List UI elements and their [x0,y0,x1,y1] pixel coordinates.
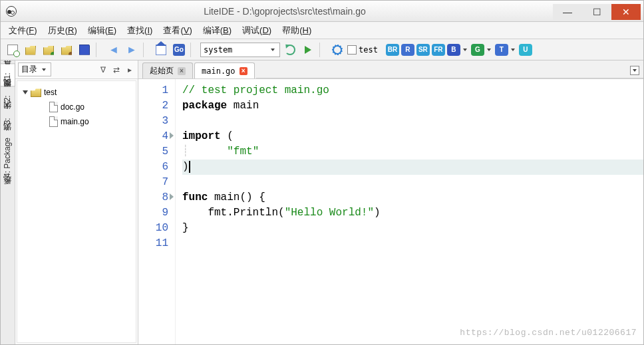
file-label: main.go [61,117,89,126]
window-title: LiteIDE - D:\goprojects\src\test\main.go [17,6,553,17]
chevron-down-icon [487,49,491,51]
build-t-button[interactable]: T [495,44,517,56]
fold-marker-line: 4 [138,129,168,144]
fold-marker-line: 8 [138,190,168,205]
folder-green-icon [43,45,54,55]
sync-icon[interactable]: ⇄ [111,64,122,75]
separator [319,43,326,57]
reload-icon [285,45,295,55]
add-folder-button[interactable] [59,42,75,58]
tree-folder-root[interactable]: test [20,85,133,100]
file-label: doc.go [61,102,84,112]
app-icon [6,6,17,17]
tree-file-item[interactable]: doc.go [20,100,133,114]
build-g-button[interactable]: G [471,44,493,56]
maximize-button[interactable]: ☐ [582,4,611,20]
save-icon [79,45,90,55]
expand-icon [23,90,28,94]
gear-icon [333,45,342,55]
file-icon [49,116,58,127]
left-tab-classview[interactable]: 2: 类视图 [1,86,15,108]
watermark: https://blog.csdn.net/u012206617 [460,325,637,340]
text-cursor [189,161,190,173]
reload-env-button[interactable] [282,42,298,58]
menu-help[interactable]: 帮助(H) [278,23,315,38]
test-checkbox[interactable]: test [347,45,378,55]
left-tab-system[interactable]: 系统 [1,184,15,197]
fold-icon[interactable] [170,132,174,139]
arrow-right-icon: ► [126,44,137,56]
chevron-down-icon [633,69,637,72]
play-icon [305,46,311,54]
menu-history[interactable]: 历史(R) [44,23,81,38]
save-button[interactable] [77,42,92,58]
chevron-down-icon [42,68,46,71]
sidebar-header: 目录 ∇ ⇄ ▸ [15,60,138,79]
build-b-button[interactable]: B [447,44,469,56]
build-r-button[interactable]: R [401,44,414,56]
open-file-button[interactable] [23,42,39,58]
left-tab-directory[interactable]: 1: 目录 [1,63,15,86]
code-editor[interactable]: 1 2 3 4 5 6 7 8 9 10 11 // test project … [138,79,643,344]
file-icon [49,102,58,112]
menu-bar: 文件(F) 历史(R) 编辑(E) 查找(I) 查看(V) 编译(B) 调试(D… [1,22,643,39]
nav-fwd-button[interactable]: ► [124,42,140,58]
nav-back-button[interactable]: ◄ [106,42,122,58]
separator [143,43,150,57]
tab-start-page[interactable]: 起始页 × [142,62,193,78]
go-icon: Go [173,44,185,56]
tab-list-button[interactable] [630,66,639,75]
arrow-left-icon: ◄ [108,44,119,56]
filter-icon[interactable]: ∇ [98,64,108,75]
left-tab-outline[interactable]: 3: 大纲 [1,109,15,131]
editor-area: 起始页 × main.go × 1 2 3 4 5 6 7 8 9 [138,60,643,344]
menu-view[interactable]: 查看(V) [159,23,196,38]
fold-icon[interactable] [170,193,174,200]
sidebar: 目录 ∇ ⇄ ▸ test doc.go main.go [15,60,138,344]
close-button[interactable]: ✕ [611,4,641,20]
chevron-down-icon [271,49,275,51]
left-tab-strip: 1: 目录 2: 类视图 3: 大纲 4: Package浏览 系统 [1,60,15,344]
run-button[interactable] [300,42,316,58]
gutter: 1 2 3 4 5 6 7 8 9 10 11 [138,79,176,344]
home-button[interactable] [153,42,169,58]
tab-main-go[interactable]: main.go × [194,62,255,78]
menu-build[interactable]: 编译(B) [199,23,236,38]
build-u-button[interactable]: U [519,44,532,56]
toolbar: ◄ ► Go system test BR R SR FR B G T U [1,39,643,60]
menu-file[interactable]: 文件(F) [5,23,41,38]
editor-tabs: 起始页 × main.go × [138,60,643,79]
build-fr-button[interactable]: FR [432,44,445,56]
chevron-down-icon [511,49,515,51]
tab-close-icon[interactable]: × [178,67,186,75]
folder-icon [31,88,41,97]
menu-debug[interactable]: 调试(D) [238,23,275,38]
title-bar: LiteIDE - D:\goprojects\src\test\main.go… [1,1,643,22]
settings-button[interactable] [329,42,345,58]
menu-find[interactable]: 查找(I) [123,23,156,38]
separator [96,43,102,57]
sidebar-selector[interactable]: 目录 [18,62,51,76]
open-folder-button[interactable] [41,42,57,58]
home-icon [156,45,166,55]
code-text-area[interactable]: // test project main.go package main imp… [176,79,643,344]
open-file-icon [25,45,36,55]
env-select[interactable]: system [200,43,280,57]
new-file-button[interactable] [5,42,21,58]
tab-close-icon[interactable]: × [240,67,247,75]
folder-brown-icon [61,45,72,55]
tree-file-item[interactable]: main.go [20,114,133,129]
new-file-icon [7,45,18,55]
chevron-down-icon [463,49,467,51]
env-value: system [204,45,232,55]
godoc-button[interactable]: Go [171,42,187,58]
separator [190,43,197,57]
build-sr-button[interactable]: SR [416,44,430,56]
left-tab-package[interactable]: 4: Package浏览 [1,131,15,184]
panel-close-button[interactable]: ▸ [124,64,135,75]
build-br-button[interactable]: BR [386,44,399,56]
checkbox-icon [347,45,357,55]
menu-edit[interactable]: 编辑(E) [84,23,120,38]
minimize-button[interactable]: — [553,4,582,20]
file-tree: test doc.go main.go [17,80,136,343]
